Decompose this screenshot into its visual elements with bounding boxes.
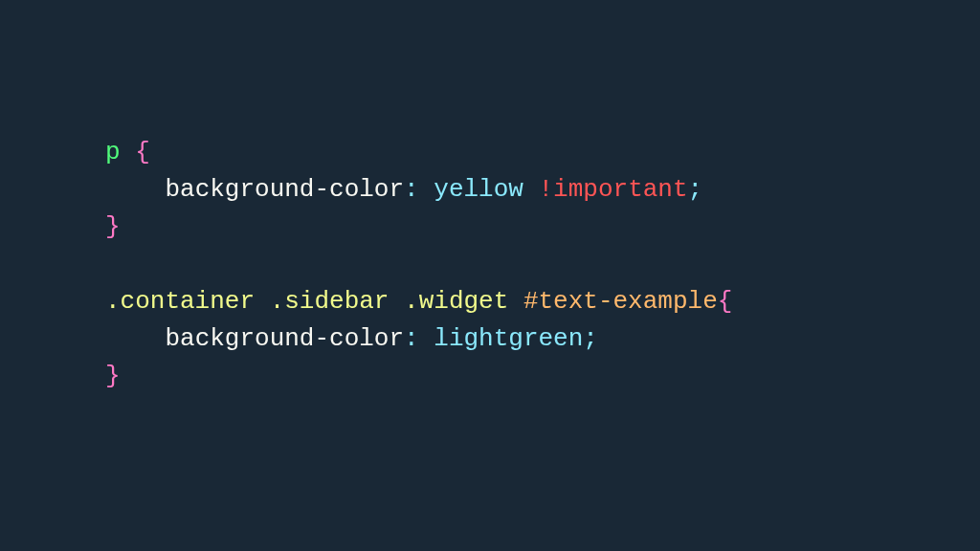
selector-class: .sidebar bbox=[270, 287, 390, 316]
selector-class: .widget bbox=[404, 287, 508, 316]
space bbox=[523, 175, 539, 204]
css-property: background-color bbox=[165, 175, 404, 204]
css-property: background-color bbox=[165, 324, 404, 353]
indent bbox=[105, 175, 165, 204]
space bbox=[389, 287, 404, 316]
space bbox=[255, 287, 270, 316]
selector-id: #text-example bbox=[523, 287, 718, 316]
close-brace: } bbox=[105, 212, 121, 241]
open-brace: { bbox=[121, 138, 150, 166]
colon: : bbox=[404, 324, 419, 353]
selector-tag: p bbox=[105, 138, 121, 166]
semicolon: ; bbox=[688, 175, 703, 204]
space bbox=[419, 324, 434, 353]
css-value: yellow bbox=[434, 175, 523, 204]
selector-class: .container bbox=[105, 287, 255, 316]
semicolon: ; bbox=[583, 324, 598, 353]
close-brace: } bbox=[105, 362, 121, 390]
open-brace: { bbox=[718, 287, 733, 316]
css-code-block: p { background-color: yellow !important;… bbox=[0, 0, 980, 395]
css-value: lightgreen bbox=[434, 324, 583, 353]
space bbox=[419, 175, 434, 204]
space bbox=[508, 287, 523, 316]
indent bbox=[105, 324, 165, 353]
important-flag: !important bbox=[539, 175, 688, 204]
colon: : bbox=[404, 175, 419, 204]
